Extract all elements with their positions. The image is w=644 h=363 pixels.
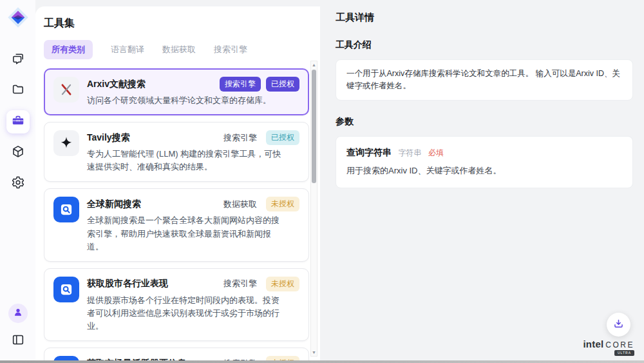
download-button[interactable] — [607, 313, 630, 337]
tool-category-badge: 数据获取 — [223, 199, 257, 210]
tool-card[interactable]: 获取股市各行业表现搜索引擎未授权提供股票市场各个行业在特定时间段内的表现。投资者… — [44, 268, 309, 341]
ultra-badge: ultra — [614, 350, 634, 356]
param-card: 查询字符串 字符串 必填 用于搜索的Arxiv ID、关键字或作者姓名。 — [336, 136, 633, 188]
param-name: 查询字符串 — [346, 147, 392, 157]
app-logo-icon — [6, 6, 30, 29]
rail-item-folder[interactable] — [6, 79, 30, 103]
toolset-panel: 工具集 所有类别语言翻译数据获取搜索引擎 Arxiv文献搜索搜索引擎已授权访问各… — [35, 6, 320, 363]
rail-item-cube[interactable] — [6, 141, 30, 164]
tool-card[interactable]: Arxiv文献搜索搜索引擎已授权访问各个研究领域大量科学论文和文章的存储库。 — [44, 68, 309, 115]
avatar-icon — [12, 306, 24, 320]
tab-4[interactable]: 搜索引擎 — [214, 40, 247, 59]
sparkle-icon — [53, 130, 79, 156]
intel-text: intel — [583, 339, 603, 349]
intel-core-logo: intel core ultra — [583, 339, 634, 356]
tool-desc: 访问各个研究领域大量科学论文和文章的存储库。 — [87, 94, 283, 107]
tool-desc: 提供股票市场各个行业在特定时间段内的表现。投资者可以利用这些信息来识别表现优于或… — [87, 294, 283, 333]
detail-title: 工具详情 — [336, 12, 633, 24]
param-desc: 用于搜索的Arxiv ID、关键字或作者姓名。 — [346, 165, 622, 177]
tool-category-badge: 搜索引擎 — [223, 278, 257, 289]
sidebar-collapse-button[interactable] — [6, 329, 30, 353]
tool-name: 全球新闻搜索 — [87, 199, 223, 210]
user-avatar[interactable] — [8, 304, 28, 323]
tool-name: Tavily搜索 — [87, 132, 223, 144]
gear-icon — [11, 175, 25, 192]
chat-icon — [11, 52, 25, 68]
rail-nav — [6, 48, 30, 195]
core-text: core — [605, 341, 634, 349]
tool-card-head: Arxiv文献搜索搜索引擎已授权 — [87, 77, 299, 92]
tool-category-badge: 搜索引擎 — [223, 132, 257, 144]
app-window: 工具集 所有类别语言翻译数据获取搜索引擎 Arxiv文献搜索搜索引擎已授权访问各… — [0, 0, 644, 363]
tool-status-badge: 未授权 — [266, 277, 299, 291]
tool-card-body: 获取股市各行业表现搜索引擎未授权提供股票市场各个行业在特定时间段内的表现。投资者… — [87, 277, 299, 333]
tool-card-head: 获取股市各行业表现搜索引擎未授权 — [87, 277, 299, 291]
tool-card-body: Arxiv文献搜索搜索引擎已授权访问各个研究领域大量科学论文和文章的存储库。 — [87, 77, 299, 107]
intro-card: 一个用于从Arxiv存储库搜索科学论文和文章的工具。 输入可以是Arxiv ID… — [336, 59, 633, 101]
tool-name: 获取股市各行业表现 — [87, 278, 223, 289]
intel-core-wordmark: intel core — [583, 339, 634, 349]
category-tabs: 所有类别语言翻译数据获取搜索引擎 — [44, 40, 320, 59]
arxiv-x-icon — [53, 77, 79, 103]
scrollbar-down-arrow[interactable]: ▼ — [311, 349, 317, 356]
tool-detail-panel: 工具详情 工具介绍 一个用于从Arxiv存储库搜索科学论文和文章的工具。 输入可… — [320, 0, 644, 363]
panel-toggle-icon — [11, 333, 25, 349]
tool-card[interactable]: Tavily搜索搜索引擎已授权专为人工智能代理 (LLM) 构建的搜索引擎工具，… — [44, 122, 309, 182]
tool-name: Arxiv文献搜索 — [87, 79, 220, 90]
tool-category-badge: 搜索引擎 — [220, 77, 261, 92]
tool-card[interactable]: 全球新闻搜索数据获取未授权全球新闻搜索是一个聚合全球各大新闻网站内容的搜索引擎，… — [44, 188, 309, 261]
folder-icon — [11, 83, 25, 99]
tool-list: Arxiv文献搜索搜索引擎已授权访问各个研究领域大量科学论文和文章的存储库。Ta… — [44, 68, 309, 363]
tab-3[interactable]: 数据获取 — [162, 40, 196, 59]
tool-card-body: 全球新闻搜索数据获取未授权全球新闻搜索是一个聚合全球各大新闻网站内容的搜索引擎，… — [87, 197, 299, 253]
list-scrollbar[interactable]: ▲ ▼ — [310, 61, 317, 357]
tool-card-head: Tavily搜索搜索引擎已授权 — [87, 130, 299, 145]
toolbox-icon — [11, 113, 25, 130]
tool-status-badge: 未授权 — [266, 197, 299, 211]
tool-status-badge: 已授权 — [266, 77, 299, 92]
tool-status-badge: 已授权 — [266, 130, 299, 145]
scrollbar-thumb[interactable] — [312, 70, 316, 183]
cube-icon — [11, 144, 25, 161]
tool-desc: 全球新闻搜索是一个聚合全球各大新闻网站内容的搜索引擎，帮助用户快速获取全球最新资… — [87, 214, 283, 253]
rail-item-chat[interactable] — [6, 48, 30, 72]
rail-item-gear[interactable] — [6, 172, 30, 195]
rail-bottom — [6, 304, 30, 363]
tool-desc: 专为人工智能代理 (LLM) 构建的搜索引擎工具，可快速提供实时、准确和真实的结… — [87, 148, 283, 173]
news-search-icon — [53, 277, 79, 302]
params-heading: 参数 — [336, 116, 633, 128]
param-head: 查询字符串 字符串 必填 — [346, 146, 622, 159]
nav-rail — [0, 0, 35, 363]
window-bottom-edge — [0, 360, 644, 363]
scrollbar-up-arrow[interactable]: ▲ — [311, 61, 317, 68]
toolset-title: 工具集 — [44, 17, 320, 30]
news-search-icon — [53, 197, 79, 222]
tab-2[interactable]: 语言翻译 — [111, 40, 144, 59]
download-icon — [612, 318, 625, 332]
intro-heading: 工具介绍 — [336, 39, 633, 51]
tool-card-body: Tavily搜索搜索引擎已授权专为人工智能代理 (LLM) 构建的搜索引擎工具，… — [87, 130, 299, 173]
rail-item-toolbox[interactable] — [6, 110, 30, 133]
param-required-badge: 必填 — [428, 148, 444, 157]
tool-card-head: 全球新闻搜索数据获取未授权 — [87, 197, 299, 211]
param-type: 字符串 — [398, 148, 421, 157]
tab-1[interactable]: 所有类别 — [44, 40, 93, 59]
